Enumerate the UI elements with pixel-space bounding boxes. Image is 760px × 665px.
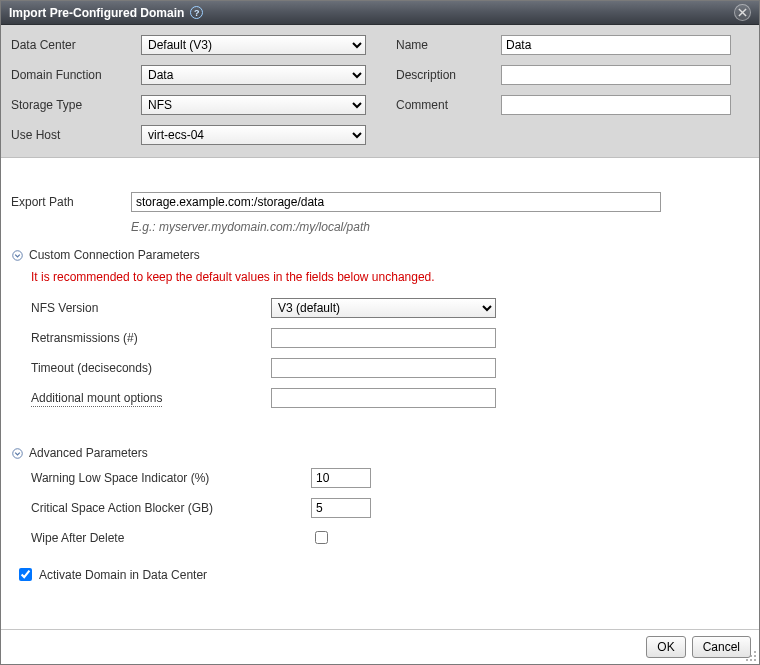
close-icon [738, 8, 747, 17]
chevron-down-icon [11, 249, 23, 261]
nfs-version-select[interactable]: V3 (default) [271, 298, 496, 318]
export-path-label: Export Path [11, 195, 131, 209]
custom-params-expander[interactable]: Custom Connection Parameters [11, 248, 749, 262]
storage-type-label: Storage Type [11, 98, 141, 112]
activate-domain-checkbox[interactable] [19, 568, 32, 581]
timeout-input[interactable] [271, 358, 496, 378]
svg-point-0 [12, 250, 22, 260]
help-icon[interactable]: ? [190, 6, 203, 19]
svg-point-6 [750, 659, 752, 661]
name-label: Name [396, 38, 501, 52]
timeout-label: Timeout (deciseconds) [31, 361, 271, 375]
warn-low-space-label: Warning Low Space Indicator (%) [31, 471, 311, 485]
svg-point-1 [12, 448, 22, 458]
critical-space-input[interactable] [311, 498, 371, 518]
nfs-version-label: NFS Version [31, 301, 271, 315]
svg-point-5 [750, 655, 752, 657]
retransmissions-input[interactable] [271, 328, 496, 348]
use-host-label: Use Host [11, 128, 141, 142]
resize-grip-icon[interactable] [743, 648, 757, 662]
mount-options-label: Additional mount options [31, 391, 162, 407]
advanced-params-title: Advanced Parameters [29, 446, 148, 460]
name-input[interactable] [501, 35, 731, 55]
custom-params-section: It is recommended to keep the default va… [11, 270, 749, 408]
data-center-select[interactable]: Default (V3) [141, 35, 366, 55]
export-path-input[interactable] [131, 192, 661, 212]
comment-label: Comment [396, 98, 501, 112]
svg-point-7 [746, 659, 748, 661]
domain-function-select[interactable]: Data [141, 65, 366, 85]
data-center-label: Data Center [11, 38, 141, 52]
wipe-after-delete-label: Wipe After Delete [31, 531, 311, 545]
dialog-window: Import Pre-Configured Domain ? Data Cent… [0, 0, 760, 665]
critical-space-label: Critical Space Action Blocker (GB) [31, 501, 311, 515]
advanced-params-expander[interactable]: Advanced Parameters [11, 446, 749, 460]
svg-point-3 [754, 655, 756, 657]
mount-options-input[interactable] [271, 388, 496, 408]
storage-type-select[interactable]: NFS [141, 95, 366, 115]
custom-params-warning: It is recommended to keep the default va… [31, 270, 749, 284]
use-host-select[interactable]: virt-ecs-04 [141, 125, 366, 145]
advanced-params-section: Warning Low Space Indicator (%) Critical… [11, 468, 749, 547]
description-input[interactable] [501, 65, 731, 85]
dialog-title: Import Pre-Configured Domain [9, 1, 184, 25]
titlebar: Import Pre-Configured Domain ? [1, 1, 759, 25]
activate-domain-label: Activate Domain in Data Center [39, 568, 207, 582]
retransmissions-label: Retransmissions (#) [31, 331, 271, 345]
dialog-footer: OK Cancel [1, 629, 759, 664]
svg-point-2 [754, 651, 756, 653]
wipe-after-delete-checkbox[interactable] [315, 531, 328, 544]
export-path-hint: E.g.: myserver.mydomain.com:/my/local/pa… [131, 216, 749, 234]
domain-function-label: Domain Function [11, 68, 141, 82]
top-form-panel: Data Center Default (V3) Name Domain Fun… [1, 25, 759, 158]
warn-low-space-input[interactable] [311, 468, 371, 488]
dialog-body: Export Path E.g.: myserver.mydomain.com:… [1, 158, 759, 629]
description-label: Description [396, 68, 501, 82]
comment-input[interactable] [501, 95, 731, 115]
close-button[interactable] [734, 4, 751, 21]
custom-params-title: Custom Connection Parameters [29, 248, 200, 262]
chevron-down-icon [11, 447, 23, 459]
svg-point-4 [754, 659, 756, 661]
ok-button[interactable]: OK [646, 636, 685, 658]
